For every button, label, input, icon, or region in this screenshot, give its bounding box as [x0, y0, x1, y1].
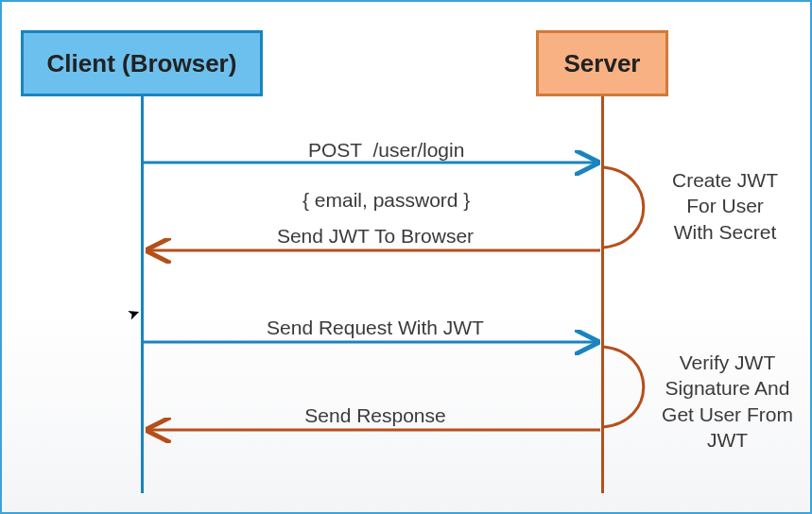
msg-login-line1: POST /user/login	[308, 139, 464, 161]
server-label: Server	[564, 49, 641, 78]
sequence-diagram: Client (Browser) Server POST /use	[0, 0, 812, 514]
client-node: Client (Browser)	[21, 30, 263, 96]
msg-login-line2: { email, password }	[302, 189, 470, 211]
client-lifeline	[141, 96, 144, 493]
server-lifeline	[601, 96, 604, 493]
server-node: Server	[536, 30, 668, 96]
client-label: Client (Browser)	[47, 49, 237, 78]
msg-request-with-jwt: Send Request With JWT	[252, 316, 498, 340]
msg-send-jwt: Send JWT To Browser	[267, 224, 484, 248]
loop-verify-jwt: Verify JWT Signature And Get User From J…	[645, 350, 810, 453]
msg-send-response: Send Response	[290, 403, 460, 428]
msg-login: POST /user/login { email, password }	[267, 113, 484, 237]
loop-create-jwt: Create JWT For User With Secret	[649, 167, 801, 245]
